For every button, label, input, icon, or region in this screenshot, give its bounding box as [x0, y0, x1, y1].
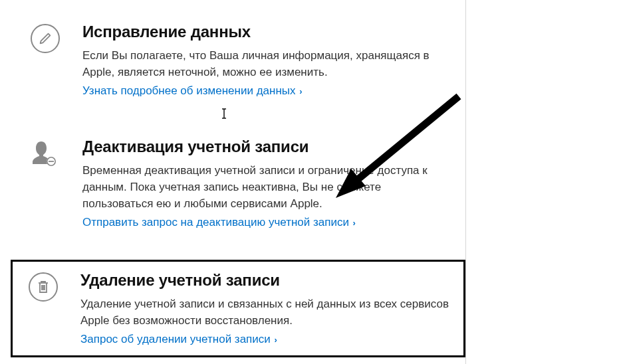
- deactivate-request-link[interactable]: Отправить запрос на деактивацию учетной …: [82, 216, 356, 229]
- section-description: Удаление учетной записи и связанных с не…: [80, 296, 453, 329]
- chevron-right-icon: ›: [350, 218, 356, 228]
- person-minus-icon: [31, 139, 57, 169]
- section-content: Исправление данных Если Вы полагаете, чт…: [69, 23, 455, 98]
- delete-request-link[interactable]: Запрос об удалении учетной записи ›: [80, 333, 277, 346]
- section-content: Деактивация учетной записи Временная деа…: [69, 137, 455, 229]
- section-delete: Удаление учетной записи Удаление учетной…: [11, 260, 465, 357]
- chevron-right-icon: ›: [297, 86, 303, 96]
- section-deactivate: Деактивация учетной записи Временная деа…: [27, 128, 465, 238]
- link-text: Запрос об удалении учетной записи: [80, 333, 271, 345]
- link-text: Узнать подробнее об изменении данных: [82, 84, 296, 97]
- icon-wrap: [31, 23, 69, 53]
- icon-wrap: [31, 137, 69, 169]
- section-title: Исправление данных: [82, 23, 455, 41]
- section-description: Временная деактивация учетной записи и о…: [82, 163, 455, 212]
- pencil-icon: [31, 24, 60, 53]
- chevron-right-icon: ›: [272, 335, 277, 345]
- link-text: Отправить запрос на деактивацию учетной …: [82, 216, 349, 228]
- section-correct-data: Исправление данных Если Вы полагаете, чт…: [27, 13, 465, 107]
- section-content: Удаление учетной записи Удаление учетной…: [67, 271, 453, 346]
- section-title: Удаление учетной записи: [80, 271, 453, 290]
- right-divider: [465, 0, 466, 364]
- trash-icon: [29, 272, 58, 302]
- settings-panel: Исправление данных Если Вы полагаете, чт…: [0, 0, 465, 357]
- learn-more-link[interactable]: Узнать подробнее об изменении данных ›: [82, 84, 302, 98]
- section-title: Деактивация учетной записи: [82, 137, 455, 156]
- section-description: Если Вы полагаете, что Ваша личная инфор…: [82, 48, 455, 80]
- icon-wrap: [29, 271, 67, 302]
